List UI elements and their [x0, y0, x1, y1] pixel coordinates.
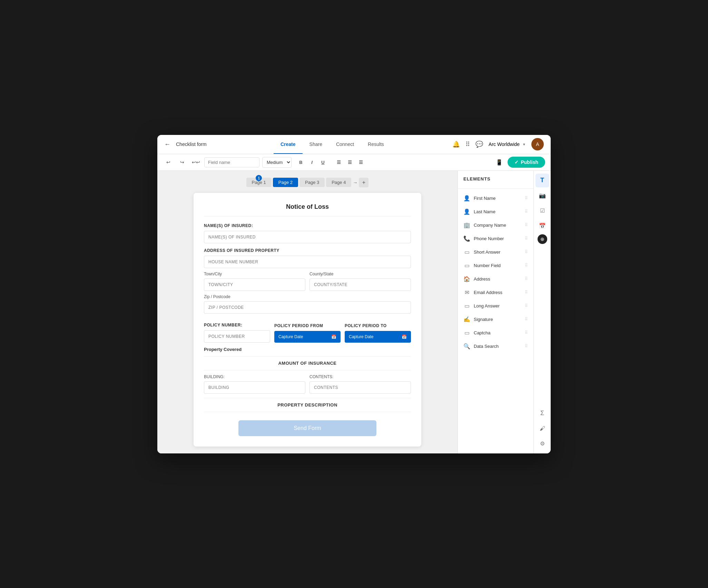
zip-section: Zip / Postcode [204, 294, 411, 314]
nav-right: 🔔 ⠿ 💬 Arc Worldwide ▼ A [452, 138, 544, 150]
size-select[interactable]: Medium Small Large [262, 157, 292, 168]
element-number-field[interactable]: ▭ Number Field ⠿ [458, 259, 533, 272]
field-name-input[interactable] [204, 157, 259, 167]
capture-date-to-button[interactable]: Capture Date 📅 [345, 331, 411, 343]
capture-date-to-label: Capture Date [349, 334, 373, 339]
capture-date-from-label: Capture Date [278, 334, 303, 339]
names-label: NAME(S) OF INSURED: [204, 223, 411, 228]
far-right-panel: T 📷 ☑ 📅 ⊕ Σ 🖌 ⚙ [533, 171, 551, 453]
town-input[interactable] [204, 278, 305, 291]
zip-input[interactable] [204, 301, 411, 314]
drag-handle-2-icon: ⠿ [525, 209, 528, 214]
text-type-button[interactable]: T [535, 174, 549, 187]
dropdown-icon: ▼ [522, 143, 526, 146]
pages-arrow[interactable]: → [353, 180, 357, 185]
align-right-button[interactable]: ☰ [356, 157, 366, 167]
policy-number-label: POLICY NUMBER: [204, 323, 270, 327]
calendar-from-icon: 📅 [331, 334, 336, 339]
drag-handle-9-icon: ⠿ [525, 303, 528, 308]
italic-button[interactable]: I [307, 157, 317, 167]
policy-number-col: POLICY NUMBER: [204, 318, 270, 343]
page-indicator: 1 [256, 175, 262, 181]
camera-button[interactable]: 📷 [535, 189, 549, 203]
county-input[interactable] [309, 278, 411, 291]
paint-button[interactable]: 🖌 [535, 422, 549, 435]
element-phone-number[interactable]: 📞 Phone Number ⠿ [458, 232, 533, 245]
add-page-button[interactable]: + [359, 178, 368, 187]
element-email[interactable]: ✉ Email Address ⠿ [458, 286, 533, 299]
building-input[interactable] [204, 381, 305, 394]
circle-button[interactable]: ⊕ [538, 234, 547, 244]
elements-title: ELEMENTS [458, 176, 533, 186]
policy-number-input[interactable] [204, 330, 270, 343]
drag-handle-3-icon: ⠿ [525, 223, 528, 227]
toolbar: ↩ ↪ ↩↩ Medium Small Large B I U ☰ ☰ ☰ 📱 … [157, 154, 551, 171]
policy-to-col: POLICY PERIOD TO Capture Date 📅 [345, 318, 411, 343]
drag-handle-11-icon: ⠿ [525, 330, 528, 335]
tab-create[interactable]: Create [274, 135, 303, 154]
county-label: County/State [309, 272, 411, 276]
page-tabs: 1 Page 1 Page 2 Page 3 Page 4 → + [164, 178, 451, 187]
page-tab-3[interactable]: Page 3 [299, 178, 325, 187]
element-last-name[interactable]: 👤 Last Name ⠿ [458, 205, 533, 218]
sigma-button[interactable]: Σ [535, 406, 549, 420]
align-center-button[interactable]: ☰ [345, 157, 355, 167]
address-label: ADDRESS OF INSURED PROPERTY [204, 248, 411, 253]
element-address[interactable]: 🏠 Address ⠿ [458, 272, 533, 286]
building-label: BUILDING: [204, 374, 305, 379]
reply-all-button[interactable]: ↩↩ [190, 157, 201, 168]
contents-col: CONTENTS: [309, 374, 411, 394]
avatar: A [531, 138, 544, 150]
checkbox-button[interactable]: ☑ [535, 204, 549, 218]
gear-button[interactable]: ⚙ [535, 437, 549, 451]
capture-date-from-button[interactable]: Capture Date 📅 [274, 331, 341, 343]
long-answer-icon: ▭ [463, 303, 470, 309]
amount-header: AMOUNT OF INSURANCE [204, 356, 411, 370]
redo-button[interactable]: ↪ [177, 157, 188, 168]
policy-row: POLICY NUMBER: POLICY PERIOD FROM Captur… [204, 318, 411, 343]
page-tab-2[interactable]: Page 2 [273, 178, 298, 187]
town-label: Town/City [204, 272, 305, 276]
bell-icon[interactable]: 🔔 [452, 140, 460, 148]
form-card: Notice of Loss NAME(S) OF INSURED: ADDRE… [194, 193, 421, 447]
names-input[interactable] [204, 231, 411, 243]
element-data-search[interactable]: 🔍 Data Search ⠿ [458, 340, 533, 353]
number-icon: ▭ [463, 262, 470, 269]
drag-handle-icon: ⠿ [525, 196, 528, 200]
element-company-name[interactable]: 🏢 Company Name ⠿ [458, 218, 533, 232]
building-contents-row: BUILDING: CONTENTS: [204, 374, 411, 394]
tab-share[interactable]: Share [303, 135, 329, 154]
company-icon: 🏢 [463, 222, 470, 228]
element-first-name[interactable]: 👤 First Name ⠿ [458, 192, 533, 205]
back-button[interactable]: ← [164, 141, 170, 148]
drag-handle-7-icon: ⠿ [525, 276, 528, 281]
publish-button[interactable]: ✓ Publish [508, 157, 545, 168]
element-short-answer[interactable]: ▭ Short Answer ⠿ [458, 245, 533, 259]
page-tab-4[interactable]: Page 4 [326, 178, 351, 187]
chat-icon[interactable]: 💬 [475, 140, 483, 148]
contents-input[interactable] [309, 381, 411, 394]
underline-button[interactable]: U [318, 157, 328, 167]
align-left-button[interactable]: ☰ [334, 157, 344, 167]
person-icon: 👤 [463, 195, 470, 202]
bold-button[interactable]: B [296, 157, 306, 167]
right-sidebar: ELEMENTS 👤 First Name ⠿ 👤 Last Name ⠿ 🏢 [458, 171, 533, 453]
send-form-button[interactable]: Send Form [238, 420, 376, 436]
canvas-area: 1 Page 1 Page 2 Page 3 Page 4 → + Notice… [157, 171, 458, 453]
calendar-button[interactable]: 📅 [535, 219, 549, 233]
grid-icon[interactable]: ⠿ [465, 140, 470, 148]
mobile-preview-button[interactable]: 📱 [494, 157, 505, 168]
signature-icon: ✍ [463, 316, 470, 323]
drag-handle-5-icon: ⠿ [525, 249, 528, 254]
element-long-answer[interactable]: ▭ Long Answer ⠿ [458, 299, 533, 313]
drag-handle-4-icon: ⠿ [525, 236, 528, 241]
tab-connect[interactable]: Connect [329, 135, 361, 154]
short-answer-icon: ▭ [463, 249, 470, 255]
element-signature[interactable]: ✍ Signature ⠿ [458, 313, 533, 326]
house-input[interactable] [204, 256, 411, 268]
tab-results[interactable]: Results [361, 135, 391, 154]
undo-button[interactable]: ↩ [163, 157, 174, 168]
element-captcha[interactable]: ▭ Captcha ⠿ [458, 326, 533, 340]
captcha-icon: ▭ [463, 330, 470, 336]
user-info[interactable]: Arc Worldwide ▼ [489, 141, 526, 147]
